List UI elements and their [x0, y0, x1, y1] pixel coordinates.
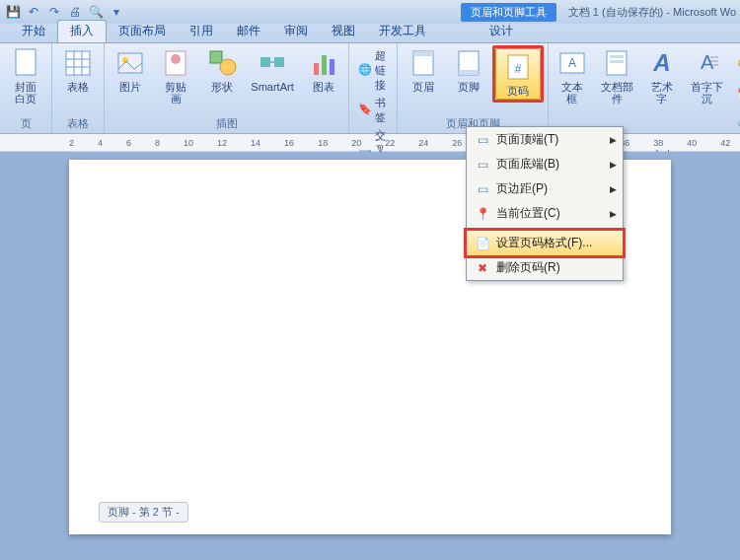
- globe-icon: 🌐: [358, 63, 372, 79]
- group-illustrations: 图片 剪贴画 形状 SmartArt 图表 插图: [105, 43, 349, 133]
- svg-rect-12: [260, 57, 270, 67]
- chart-button[interactable]: 图表: [302, 45, 345, 95]
- textbox-button[interactable]: A文本框: [553, 45, 591, 106]
- save-icon[interactable]: 💾: [4, 3, 22, 21]
- picture-button[interactable]: 图片: [109, 45, 152, 95]
- svg-text:#: #: [515, 62, 522, 76]
- shapes-icon: [206, 47, 238, 79]
- object-button[interactable]: 📎对象: [734, 112, 740, 144]
- smartart-button[interactable]: SmartArt: [245, 45, 299, 95]
- svg-rect-28: [610, 60, 624, 63]
- document-title: 文档 1 (自动保存的) - Microsoft Wo: [568, 5, 736, 20]
- page-bottom-icon: ▭: [473, 157, 492, 173]
- menu-bottom-of-page[interactable]: ▭页面底端(B)▶: [467, 152, 623, 176]
- tab-developer[interactable]: 开发工具: [367, 21, 438, 42]
- ribbon-tabs: 开始 插入 页面布局 引用 邮件 审阅 视图 开发工具 设计: [0, 24, 740, 43]
- svg-text:A: A: [652, 49, 670, 76]
- preview-icon[interactable]: 🔍: [87, 3, 105, 21]
- dropcap-button[interactable]: A首字下沉: [683, 45, 730, 106]
- tab-view[interactable]: 视图: [320, 21, 367, 42]
- hyperlink-button[interactable]: 🌐超链接: [355, 47, 391, 94]
- table-button[interactable]: 表格: [56, 45, 100, 95]
- group-header-footer: 页眉 页脚 #页码 页眉和页脚: [398, 43, 549, 133]
- chevron-right-icon: ▶: [610, 160, 617, 170]
- header-icon: [407, 47, 439, 79]
- remove-icon: ✖: [473, 260, 492, 276]
- menu-remove-page-numbers[interactable]: ✖删除页码(R): [467, 255, 623, 280]
- menu-top-of-page[interactable]: ▭页面顶端(T)▶: [467, 127, 623, 152]
- chevron-right-icon: ▶: [610, 135, 617, 145]
- header-button[interactable]: 页眉: [402, 45, 445, 95]
- menu-page-margins[interactable]: ▭页边距(P)▶: [467, 176, 623, 201]
- textbox-icon: A: [556, 47, 588, 79]
- svg-point-11: [220, 59, 236, 75]
- group-tables: 表格 表格: [52, 43, 105, 133]
- tab-page-layout[interactable]: 页面布局: [107, 21, 178, 42]
- svg-rect-0: [16, 49, 36, 75]
- page-number-highlight: #页码: [492, 45, 544, 103]
- page-number-icon: #: [502, 51, 534, 83]
- page-number-button[interactable]: #页码: [495, 48, 541, 100]
- page-icon: [10, 47, 41, 79]
- quick-access-toolbar: 💾 ↶ ↷ 🖨 🔍 ▾: [4, 3, 125, 21]
- undo-icon[interactable]: ↶: [25, 3, 42, 21]
- svg-rect-10: [210, 51, 222, 63]
- chart-icon: [308, 47, 339, 79]
- tab-review[interactable]: 审阅: [272, 21, 320, 42]
- cover-page-button[interactable]: 封面 白页: [4, 45, 47, 106]
- menu-format-page-numbers[interactable]: 📄设置页码格式(F)...: [466, 230, 624, 256]
- group-links: 🌐超链接 🔖书签 🔃交叉引用 链接: [349, 43, 398, 133]
- format-icon: 📄: [473, 236, 492, 251]
- clipart-icon: [160, 47, 191, 79]
- tab-references[interactable]: 引用: [178, 21, 225, 42]
- tab-home[interactable]: 开始: [10, 21, 57, 42]
- svg-rect-17: [330, 59, 334, 75]
- page-margin-icon: ▭: [473, 181, 492, 197]
- svg-rect-13: [274, 57, 284, 67]
- svg-rect-15: [314, 63, 319, 75]
- smartart-icon: [257, 47, 288, 79]
- bookmark-icon: 🔖: [358, 103, 372, 118]
- picture-icon: [114, 47, 146, 79]
- print-icon[interactable]: 🖨: [66, 3, 84, 21]
- signature-button[interactable]: ✍签名: [734, 47, 740, 79]
- svg-rect-21: [459, 70, 479, 75]
- chevron-right-icon: ▶: [610, 209, 617, 219]
- footer-section-tab[interactable]: 页脚 - 第 2 节 -: [99, 502, 188, 523]
- date-button[interactable]: 📅日期: [734, 80, 740, 111]
- wordart-icon: A: [646, 47, 678, 79]
- table-icon: [62, 47, 94, 79]
- redo-icon[interactable]: ↷: [45, 3, 63, 21]
- footer-icon: [453, 47, 484, 79]
- ribbon: 封面 白页 页 表格 表格 图片 剪贴画 形状 SmartArt 图表 插图 🌐…: [0, 43, 740, 134]
- menu-current-position[interactable]: 📍当前位置(C)▶: [467, 201, 623, 226]
- dropcap-icon: A: [691, 47, 722, 79]
- svg-point-9: [171, 54, 181, 64]
- svg-rect-19: [413, 51, 433, 56]
- svg-text:A: A: [568, 56, 576, 70]
- svg-rect-1: [66, 51, 90, 75]
- tab-mailings[interactable]: 邮件: [225, 21, 272, 42]
- shapes-button[interactable]: 形状: [200, 45, 244, 95]
- group-pages: 封面 白页 页: [0, 43, 52, 133]
- page-top-icon: ▭: [473, 132, 492, 148]
- document-area: 页脚 - 第 2 节 -: [0, 152, 740, 560]
- svg-rect-6: [118, 53, 142, 73]
- tab-insert[interactable]: 插入: [57, 20, 107, 42]
- quickparts-icon: [601, 47, 632, 79]
- group-text: A文本框 文档部件 A艺术字 A首字下沉 ✍签名 📅日期 📎对象 文本: [549, 43, 740, 133]
- qat-more-icon[interactable]: ▾: [108, 3, 125, 21]
- svg-rect-27: [610, 55, 624, 58]
- contextual-tab-label: 页眉和页脚工具: [461, 3, 556, 22]
- quickparts-button[interactable]: 文档部件: [593, 45, 640, 106]
- footer-button[interactable]: 页脚: [447, 45, 490, 95]
- chevron-right-icon: ▶: [610, 184, 617, 194]
- tab-design[interactable]: 设计: [478, 21, 525, 42]
- menu-separator: [492, 228, 621, 229]
- page-number-dropdown: ▭页面顶端(T)▶ ▭页面底端(B)▶ ▭页边距(P)▶ 📍当前位置(C)▶ 📄…: [466, 126, 624, 281]
- clipart-button[interactable]: 剪贴画: [154, 45, 198, 106]
- svg-text:A: A: [701, 51, 714, 73]
- cursor-icon: 📍: [473, 206, 492, 222]
- bookmark-button[interactable]: 🔖书签: [355, 95, 391, 126]
- wordart-button[interactable]: A艺术字: [642, 45, 681, 106]
